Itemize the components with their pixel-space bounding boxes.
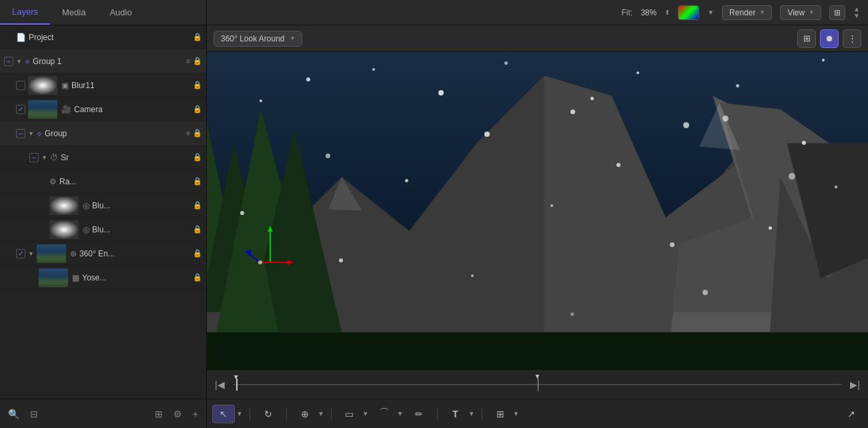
- select-chevron[interactable]: ▼: [236, 410, 243, 417]
- zoom-tool-group: ⊕ ▼: [294, 405, 324, 423]
- bezier-tool-btn[interactable]: ⌒: [373, 405, 396, 423]
- group1-checkbox[interactable]: [4, 57, 13, 66]
- paint-tool-group: ⊞ ▼: [489, 405, 520, 423]
- select-tool-group: ↖ ▼: [212, 405, 243, 423]
- layer-yose[interactable]: ▦ Yose... 🔒: [0, 266, 206, 290]
- group-lock: 🔒: [193, 129, 202, 138]
- shape-tool-btn[interactable]: ▭: [338, 405, 361, 423]
- bezier-chevron[interactable]: ▼: [397, 410, 404, 417]
- search-btn[interactable]: 🔍: [5, 406, 22, 422]
- layer-group[interactable]: ▼ ⟡ Group ≡ 🔒: [0, 122, 206, 146]
- blur11-thumb: [28, 76, 57, 95]
- layout-arrows[interactable]: ▲▼: [853, 6, 860, 19]
- layout-button[interactable]: ⊞: [829, 5, 845, 20]
- project-icon: 📄: [16, 33, 26, 42]
- group1-triangle[interactable]: ▼: [16, 58, 22, 65]
- zoom-tool-btn[interactable]: ⊕: [294, 405, 316, 423]
- zoom-chevron[interactable]: ▼: [318, 410, 324, 417]
- group1-name: Group 1: [33, 57, 183, 66]
- blu1-lock: 🔒: [193, 201, 202, 210]
- tool-sep-3: [331, 407, 332, 421]
- paint-chevron[interactable]: ▼: [513, 410, 520, 417]
- text-chevron[interactable]: ▼: [468, 410, 475, 417]
- 360en-triangle[interactable]: ▼: [28, 250, 34, 257]
- group-stack: ≡: [186, 130, 190, 137]
- layer-ra[interactable]: ⚙ Ra... 🔒: [0, 170, 206, 194]
- color-swatch[interactable]: [678, 5, 699, 20]
- yose-lock: 🔒: [193, 273, 202, 282]
- view-button[interactable]: View ▼: [780, 5, 821, 20]
- blu2-lock: 🔒: [193, 225, 202, 234]
- shape-chevron[interactable]: ▼: [362, 410, 369, 417]
- sidebar-bottom: 🔍 ⊟ ⊞ ⚙ +: [0, 399, 206, 428]
- fit-value[interactable]: 38%: [640, 8, 657, 17]
- sr-lock: 🔒: [193, 153, 202, 162]
- layers-btn[interactable]: ⊟: [27, 406, 41, 422]
- viewer-toolbar-right: ⊞ ⏺ ⋮: [797, 29, 861, 48]
- orbit-tool-btn[interactable]: ↻: [257, 405, 280, 423]
- blur11-name: Blur11: [71, 81, 190, 90]
- viewer-toolbar: 360° Look Around ▼ ⊞ ⏺ ⋮: [207, 25, 868, 52]
- 360en-icon: ⊛: [70, 249, 77, 258]
- text-tool-btn[interactable]: T: [444, 405, 467, 423]
- pen-tool-btn[interactable]: ✏: [408, 405, 430, 423]
- 360en-thumb: [37, 244, 66, 263]
- timeline-end-btn[interactable]: ▶|: [847, 377, 863, 393]
- layer-blu2[interactable]: ◎ Blu... 🔒: [0, 218, 206, 242]
- group-icon: ⟡: [37, 129, 42, 138]
- record-btn[interactable]: ⏺: [820, 29, 839, 48]
- transform-gizmo[interactable]: [244, 222, 297, 276]
- layer-blur11[interactable]: ▣ Blur11 🔒: [0, 73, 206, 97]
- add-btn[interactable]: +: [190, 406, 201, 422]
- tab-media[interactable]: Media: [50, 0, 97, 25]
- project-row[interactable]: 📄 Project 🔒: [0, 25, 206, 49]
- layer-blu1[interactable]: ◎ Blu... 🔒: [0, 194, 206, 218]
- group1-stack: ≡: [186, 57, 190, 65]
- fit-up-icon[interactable]: ⬆: [665, 9, 670, 16]
- timeline-track[interactable]: [233, 384, 843, 385]
- view-dropdown[interactable]: 360° Look Around ▼: [213, 31, 302, 47]
- camera-icon: 🎥: [61, 105, 71, 114]
- tool-sep-1: [250, 407, 250, 421]
- camera-thumb: [28, 100, 57, 119]
- group1-lock: 🔒: [193, 57, 202, 65]
- scene-svg: [207, 52, 868, 369]
- sr-name: Sr: [61, 153, 190, 162]
- layer-group1[interactable]: ▼ ⟡ Group 1 ≡ 🔒: [0, 49, 206, 73]
- group-name: Group: [45, 129, 183, 138]
- 360en-lock: 🔒: [193, 249, 202, 258]
- blu2-name: Blu...: [92, 225, 190, 234]
- sr-triangle[interactable]: ▼: [41, 154, 47, 161]
- 360en-checkbox[interactable]: [16, 249, 25, 258]
- tool-sep-2: [286, 407, 287, 421]
- svg-point-21: [258, 260, 262, 264]
- tab-layers[interactable]: Layers: [0, 0, 50, 25]
- fullscreen-btn[interactable]: ↗: [840, 405, 863, 423]
- settings-btn[interactable]: ⚙: [171, 406, 185, 422]
- render-button[interactable]: Render ▼: [722, 5, 772, 20]
- layer-sr[interactable]: ▼ ⏱ Sr 🔒: [0, 146, 206, 170]
- paint-tool-btn[interactable]: ⊞: [489, 405, 512, 423]
- layer-360en[interactable]: ▼ ⊛ 360° En... 🔒: [0, 242, 206, 266]
- tab-audio[interactable]: Audio: [97, 0, 143, 25]
- svg-rect-13: [207, 333, 868, 369]
- color-chevron[interactable]: ▼: [707, 9, 714, 16]
- grid-view-btn[interactable]: ⊞: [797, 29, 816, 48]
- layer-camera[interactable]: 🎥 Camera 🔒: [0, 97, 206, 122]
- blur11-lock: 🔒: [193, 81, 202, 89]
- group-triangle[interactable]: ▼: [28, 130, 34, 137]
- select-tool-btn[interactable]: ↖: [212, 405, 235, 423]
- camera-checkbox[interactable]: [16, 105, 25, 114]
- timeline-start-btn[interactable]: |◀: [212, 377, 228, 393]
- grid-bottom-btn[interactable]: ⊞: [152, 406, 165, 422]
- dropdown-label: 360° Look Around: [221, 34, 285, 43]
- yose-icon: ▦: [72, 273, 79, 282]
- group-checkbox[interactable]: [16, 129, 25, 138]
- more-btn[interactable]: ⋮: [843, 29, 861, 48]
- ra-lock: 🔒: [193, 177, 202, 186]
- blur11-checkbox[interactable]: [16, 81, 25, 90]
- tool-sep-5: [482, 407, 482, 421]
- view-chevron: ▼: [809, 9, 814, 15]
- sr-checkbox[interactable]: [29, 153, 39, 162]
- blu1-icon: ◎: [83, 201, 89, 210]
